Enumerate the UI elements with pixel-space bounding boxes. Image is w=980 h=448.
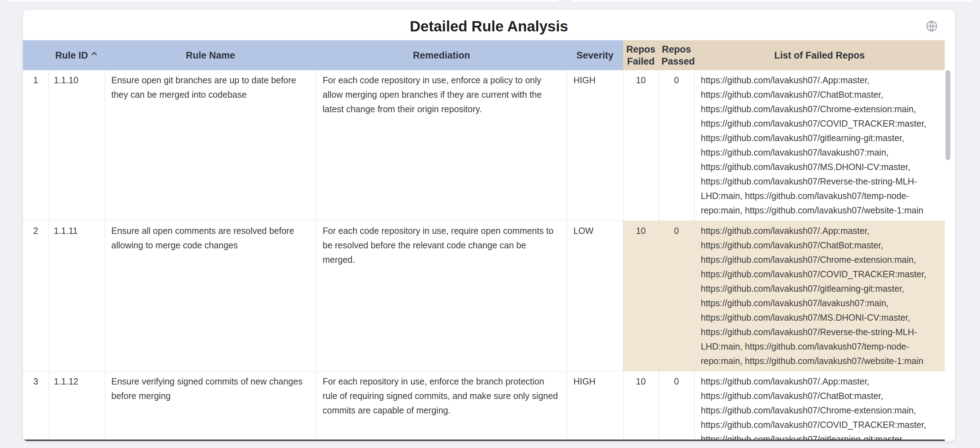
- page-title: Detailed Rule Analysis: [23, 10, 955, 35]
- remediation-cell: For each code repository in use, require…: [316, 221, 567, 372]
- repos-failed-cell: 10: [623, 372, 659, 441]
- header-index: [23, 40, 49, 70]
- table-row: 2 1.1.11 Ensure all open comments are re…: [23, 221, 945, 372]
- sort-ascending-icon: [90, 49, 99, 61]
- table-header-row: Rule ID Rule Name Remediation Severity R…: [23, 40, 945, 70]
- detailed-rule-analysis-card: Detailed Rule Analysis: [22, 10, 955, 441]
- rule-name-cell: Ensure open git branches are up to date …: [105, 70, 316, 221]
- scrollbar-thumb[interactable]: [945, 70, 950, 160]
- rule-table-viewport: Rule ID Rule Name Remediation Severity R…: [23, 40, 945, 441]
- rule-id-cell: 1.1.12: [49, 372, 105, 441]
- header-rule-id[interactable]: Rule ID: [49, 40, 105, 70]
- severity-cell: HIGH: [567, 70, 623, 221]
- row-index-cell: 3: [23, 372, 49, 441]
- failed-repos-cell: https://github.com/lavakush07/.App:maste…: [694, 221, 945, 372]
- top-card-right: [571, 0, 973, 2]
- rule-name-cell: Ensure verifying signed commits of new c…: [105, 372, 316, 441]
- header-remediation[interactable]: Remediation: [316, 40, 567, 70]
- header-repos-failed[interactable]: Repos Failed: [623, 40, 659, 70]
- row-index-cell: 1: [23, 70, 49, 221]
- header-severity[interactable]: Severity: [567, 40, 623, 70]
- globe-icon[interactable]: [925, 20, 938, 32]
- table-row: 3 1.1.12 Ensure verifying signed commits…: [23, 372, 945, 441]
- remediation-cell: For each code repository in use, enforce…: [316, 70, 567, 221]
- repos-failed-cell: 10: [623, 70, 659, 221]
- rule-id-cell: 1.1.10: [49, 70, 105, 221]
- rule-id-cell: 1.1.11: [49, 221, 105, 372]
- table-scrollbar[interactable]: [945, 70, 950, 440]
- row-index-cell: 2: [23, 221, 49, 372]
- failed-repos-cell: https://github.com/lavakush07/.App:maste…: [694, 70, 945, 221]
- rule-name-cell: Ensure all open comments are resolved be…: [105, 221, 316, 372]
- header-rule-id-label: Rule ID: [55, 49, 88, 61]
- header-rule-name[interactable]: Rule Name: [105, 40, 316, 70]
- table-row: 1 1.1.10 Ensure open git branches are up…: [23, 70, 945, 221]
- repos-failed-cell: 10: [623, 221, 659, 372]
- remediation-cell: For each repository in use, enforce the …: [316, 372, 567, 441]
- severity-cell: LOW: [567, 221, 623, 372]
- failed-repos-cell: https://github.com/lavakush07/.App:maste…: [694, 372, 945, 441]
- repos-passed-cell: 0: [659, 372, 694, 441]
- rule-table: Rule ID Rule Name Remediation Severity R…: [23, 40, 945, 441]
- repos-passed-cell: 0: [659, 70, 694, 221]
- severity-cell: HIGH: [567, 372, 623, 441]
- header-repos-passed[interactable]: Repos Passed: [659, 40, 694, 70]
- top-card-left: [6, 0, 560, 2]
- repos-passed-cell: 0: [659, 221, 694, 372]
- header-failed-repos[interactable]: List of Failed Repos: [694, 40, 945, 70]
